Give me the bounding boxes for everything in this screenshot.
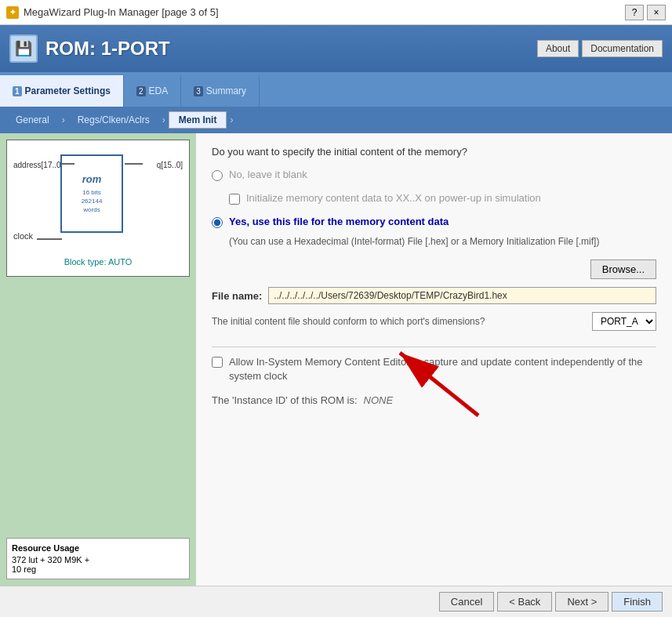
file-label: File name: <box>212 290 262 302</box>
subtab-label-general: General <box>16 114 49 125</box>
radio-yes-item: Yes, use this file for the memory conten… <box>212 216 656 228</box>
header-title-text: ROM: 1-PORT <box>45 38 170 60</box>
back-button[interactable]: < Back <box>497 592 552 612</box>
title-bar-left: ✦ MegaWizard Plug-In Manager [page 3 of … <box>6 6 219 19</box>
block-diagram: address[17..0] clock q[15..0] rom 16 bit… <box>6 140 190 277</box>
tab-label-1: Parameter Settings <box>25 85 111 96</box>
browse-button[interactable]: Browse... <box>590 260 656 279</box>
subtab-label-regs: Regs/Clken/Aclrs <box>78 114 150 125</box>
left-panel: address[17..0] clock q[15..0] rom 16 bit… <box>0 133 196 586</box>
header-buttons: About Documentation <box>537 40 663 57</box>
window-title: MegaWizard Plug-In Manager [page 3 of 5] <box>24 6 219 18</box>
title-bar-controls: ? × <box>625 5 666 20</box>
documentation-button[interactable]: Documentation <box>582 40 663 57</box>
tab-number-3: 3 <box>194 86 203 96</box>
subtab-general[interactable]: General <box>6 112 59 128</box>
instance-value: NONE <box>364 394 394 406</box>
arrow-annotation-svg <box>353 337 510 431</box>
connection-lines-svg <box>13 147 183 270</box>
bottom-bar: Cancel < Back Next > Finish <box>0 586 672 617</box>
chevron-icon-2: › <box>162 114 165 125</box>
tab-label-2: EDA <box>149 85 169 96</box>
block-diagram-inner: address[17..0] clock q[15..0] rom 16 bit… <box>13 147 183 270</box>
block-type-label: Block type: AUTO <box>13 257 183 267</box>
checkbox-init[interactable] <box>229 194 240 205</box>
title-bar: ✦ MegaWizard Plug-In Manager [page 3 of … <box>0 0 672 25</box>
header-title: 💾 ROM: 1-PORT <box>9 34 170 63</box>
tab-eda[interactable]: 2 EDA <box>124 75 181 107</box>
next-button[interactable]: Next > <box>555 592 608 612</box>
file-input[interactable] <box>268 287 656 304</box>
subtab-regs[interactable]: Regs/Clken/Aclrs <box>68 112 159 128</box>
resource-usage-box: Resource Usage 372 lut + 320 M9K +10 reg <box>6 538 190 579</box>
radio-no-label: No, leave it blank <box>229 169 307 180</box>
chevron-icon-3: › <box>230 114 233 125</box>
resource-value: 372 lut + 320 M9K +10 reg <box>12 555 184 574</box>
info-text: (You can use a Hexadecimal (Intel-format… <box>229 234 656 249</box>
conform-text: The initial content file should conform … <box>212 315 586 328</box>
close-button[interactable]: × <box>647 5 666 20</box>
tabs-row: 1 Parameter Settings 2 EDA 3 Summary <box>0 72 672 107</box>
conform-select[interactable]: PORT_A PORT_B <box>592 312 656 331</box>
subtab-mem-init[interactable]: Mem Init <box>169 111 227 129</box>
checkbox-init-label: Initialize memory content data to XX..X … <box>246 192 541 204</box>
help-button[interactable]: ? <box>625 5 644 20</box>
subtab-label-mem-init: Mem Init <box>179 114 217 125</box>
finish-button[interactable]: Finish <box>612 592 663 612</box>
allow-checkbox-label: Allow In-System Memory Content Editor to… <box>229 355 656 383</box>
allow-checkbox[interactable] <box>212 357 223 368</box>
allow-checkbox-row: Allow In-System Memory Content Editor to… <box>212 355 656 383</box>
subtabs-row: General › Regs/Clken/Aclrs › Mem Init › <box>0 107 672 133</box>
tab-number-2: 2 <box>136 86 146 96</box>
main-content: address[17..0] clock q[15..0] rom 16 bit… <box>0 133 672 586</box>
right-panel: Do you want to specify the initial conte… <box>196 133 672 586</box>
tab-label-3: Summary <box>206 85 246 96</box>
header-icon: 💾 <box>9 34 38 63</box>
separator <box>212 347 656 347</box>
file-row: File name: <box>212 287 656 304</box>
header: 💾 ROM: 1-PORT About Documentation <box>0 25 672 72</box>
chevron-icon-1: › <box>62 114 65 125</box>
radio-yes[interactable] <box>212 217 223 228</box>
instance-row: The 'Instance ID' of this ROM is: NONE <box>212 394 656 406</box>
resource-title: Resource Usage <box>12 543 184 553</box>
cancel-button[interactable]: Cancel <box>439 592 494 612</box>
radio-no[interactable] <box>212 170 223 181</box>
radio-group: No, leave it blank <box>212 169 656 181</box>
radio-yes-label: Yes, use this file for the memory conten… <box>229 216 449 227</box>
tab-summary[interactable]: 3 Summary <box>181 75 260 107</box>
tab-number-1: 1 <box>13 86 22 96</box>
about-button[interactable]: About <box>537 40 579 57</box>
browse-row: Browse... <box>212 260 656 279</box>
question-text: Do you want to specify the initial conte… <box>212 146 656 158</box>
tab-parameter-settings[interactable]: 1 Parameter Settings <box>0 75 124 107</box>
checkbox-init-group: Initialize memory content data to XX..X … <box>229 192 656 205</box>
instance-label: The 'Instance ID' of this ROM is: <box>212 394 358 406</box>
app-icon: ✦ <box>6 6 19 19</box>
radio-no-item: No, leave it blank <box>212 169 656 181</box>
conform-row: The initial content file should conform … <box>212 312 656 331</box>
